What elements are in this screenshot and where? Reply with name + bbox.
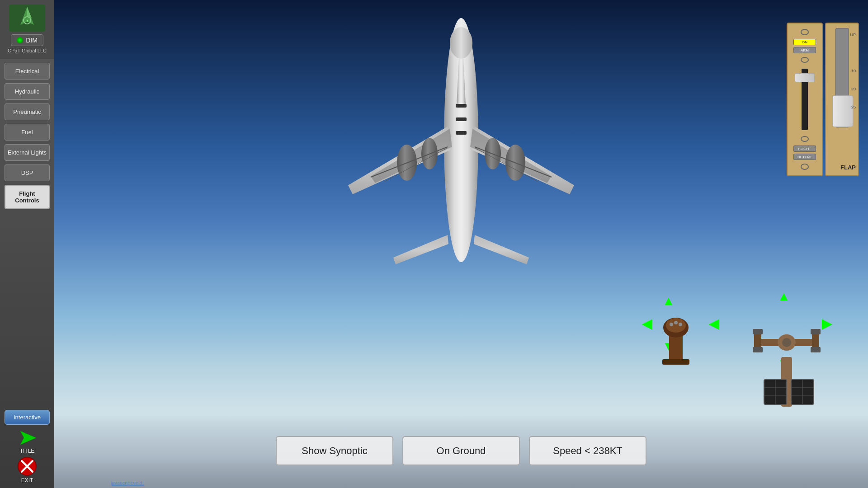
scale-25: 25	[850, 105, 856, 109]
scale-up: UP	[850, 33, 856, 37]
svg-rect-36	[753, 347, 763, 352]
dim-indicator	[17, 37, 23, 43]
scale-20: 20	[850, 87, 856, 91]
svg-rect-15	[456, 104, 467, 108]
flap-left-panel: ON ARM FLIGHT DETENT	[787, 23, 823, 176]
exit-nav-item[interactable]: EXIT	[17, 456, 37, 483]
js-void-link[interactable]: javascript:void;	[111, 480, 144, 486]
exit-label: EXIT	[21, 477, 33, 483]
title-nav-item[interactable]: TITLE	[16, 429, 38, 454]
aircraft-view	[326, 14, 597, 276]
control-left-arrow: ◀	[642, 316, 652, 331]
yoke-right-arrow: ▶	[822, 316, 832, 331]
speed-button[interactable]: Speed < 238KT	[529, 436, 646, 465]
sidebar: ✈ DIM CPaT Global LLC Electrical Hydraul…	[0, 0, 54, 488]
flap-circle-mid2	[801, 136, 809, 142]
scale-blank	[850, 51, 856, 55]
flap-lever[interactable]	[795, 73, 815, 82]
svg-rect-38	[811, 347, 821, 352]
bottom-nav: Interactive TITLE EXIT	[5, 408, 50, 488]
sidebar-item-electrical[interactable]: Electrical	[5, 63, 50, 80]
svg-point-10	[450, 27, 472, 59]
title-arrow-icon	[16, 429, 38, 447]
aircraft-svg	[326, 14, 597, 276]
flap-flight-button[interactable]: FLIGHT	[793, 145, 816, 152]
yoke-svg	[750, 303, 823, 411]
control-right-arrow-left: ◀	[709, 316, 719, 331]
flap-label: FLAP	[840, 164, 856, 171]
svg-rect-35	[753, 329, 763, 334]
control-column-right-area: ▲ ▼ ▶	[741, 280, 832, 425]
title-label: TITLE	[20, 448, 35, 454]
main-content: ON ARM FLIGHT DETENT UP 10	[54, 0, 868, 488]
sidebar-item-pneumatic[interactable]: Pneumatic	[5, 103, 50, 120]
flap-circle-mid1	[801, 57, 809, 63]
bottom-buttons: Show Synoptic On Ground Speed < 238KT	[276, 436, 646, 465]
dim-button[interactable]: DIM	[11, 34, 43, 46]
flap-right-track	[835, 28, 849, 127]
app: ✈ DIM CPaT Global LLC Electrical Hydraul…	[0, 0, 868, 488]
svg-rect-17	[456, 131, 467, 135]
flap-panel: ON ARM FLIGHT DETENT UP 10	[787, 23, 859, 176]
flap-circle-top	[801, 29, 809, 35]
sidebar-item-flight-controls[interactable]: Flight Controls	[5, 185, 50, 209]
svg-rect-28	[662, 359, 689, 365]
flap-scale: UP 10 20 25	[850, 33, 856, 109]
sidebar-item-external-lights[interactable]: External Lights	[5, 144, 50, 161]
flap-track	[802, 69, 808, 130]
dim-label: DIM	[26, 37, 38, 44]
sidebar-item-fuel[interactable]: Fuel	[5, 124, 50, 141]
svg-point-24	[666, 318, 686, 333]
control-column-left-area: ▲ ▼ ◀ ◀	[642, 294, 714, 384]
show-synoptic-button[interactable]: Show Synoptic	[276, 436, 393, 465]
company-name: CPaT Global LLC	[8, 48, 47, 53]
nav-section: Electrical Hydraulic Pneumatic Fuel Exte…	[0, 59, 54, 213]
svg-point-34	[782, 338, 791, 347]
flap-arm-button[interactable]: ARM	[793, 47, 816, 53]
svg-point-27	[679, 323, 682, 326]
flap-right-panel: UP 10 20 25 FLAP	[825, 23, 859, 176]
logo-icon: ✈	[9, 5, 45, 32]
svg-text:✈: ✈	[26, 19, 29, 23]
sidebar-item-hydraulic[interactable]: Hydraulic	[5, 83, 50, 100]
sidebar-item-dsp[interactable]: DSP	[5, 164, 50, 181]
scale-10: 10	[850, 69, 856, 73]
svg-rect-16	[456, 117, 467, 121]
svg-point-26	[674, 321, 678, 324]
svg-marker-5	[20, 431, 36, 445]
flap-on-button[interactable]: ON	[793, 39, 816, 45]
on-ground-button[interactable]: On Ground	[402, 436, 520, 465]
flap-circle-bot	[801, 164, 809, 170]
exit-icon	[17, 456, 37, 476]
control-stick-svg	[651, 303, 701, 366]
svg-point-25	[670, 323, 673, 326]
yoke-up-arrow: ▲	[778, 289, 790, 304]
flap-detent-button[interactable]: DETENT	[793, 154, 816, 160]
interactive-button[interactable]: Interactive	[5, 410, 50, 425]
logo-area: ✈ DIM CPaT Global LLC	[0, 0, 54, 59]
svg-rect-37	[811, 329, 821, 334]
